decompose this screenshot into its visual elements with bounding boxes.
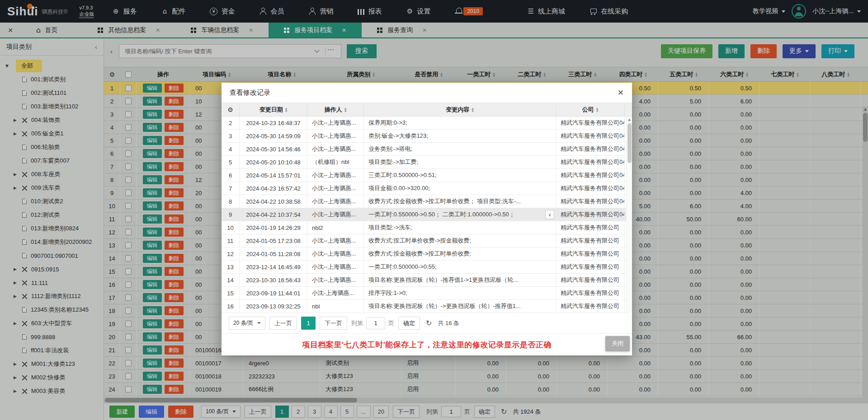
cell-company: 精武汽车服务有限公司04...	[556, 208, 625, 221]
cell-company: 精武汽车服务有限公司	[556, 261, 625, 273]
cell-index: 10	[222, 221, 240, 234]
change-log-row[interactable]: 12 2024-01-05 11:28:08 小沈--上海驷惠... 收费方式:…	[222, 247, 632, 261]
cell-operator: nbl2	[307, 221, 364, 234]
cell-change-content: 一类工时:0.500000->0.55;	[364, 261, 556, 273]
dialog-pagination: 20 条/页 上一页 1 下一页 到第 页 确定 ↻ 共 16 条	[222, 313, 632, 334]
change-log-row[interactable]: 6 2024-05-14 15:57:01 小沈--上海驷惠... 三类工时:0…	[222, 169, 632, 182]
cell-company: 精武汽车服务有限公司	[556, 274, 625, 286]
cell-change-content: 项目类型:->加工费;	[364, 156, 556, 168]
cell-change-content: 一类工时:0.550000->0.50； 二类工时:1.000000->0.50…	[364, 208, 556, 221]
dialog-scroll-thumb[interactable]	[627, 123, 632, 163]
cell-operator: （机修组）nbl	[307, 156, 364, 168]
close-dialog-button[interactable]: 关闭	[605, 336, 630, 351]
change-log-row[interactable]: 9 2024-04-22 10:37:54 小沈--上海驷惠... 一类工时:0…	[222, 208, 632, 221]
column-header[interactable]: 操作人	[307, 103, 364, 116]
cell-change-date: 2024-05-20 10:10:48	[240, 156, 307, 168]
cell-index: 14	[222, 274, 240, 286]
cell-change-content: 收费方式:按金额收费->按工时单价收费； 项目类型:洗车-...	[364, 195, 556, 208]
cell-index: 16	[222, 300, 240, 313]
dialog-table-body: 2 2024-10-23 16:48:37 小沈--上海驷惠... 保养周期:0…	[222, 117, 632, 313]
close-icon[interactable]: ✕	[618, 88, 624, 98]
gear-icon[interactable]: ⚙	[227, 106, 233, 113]
prev-page-button[interactable]: 上一页	[269, 317, 297, 330]
cell-operator: 小沈--上海驷惠...	[307, 261, 364, 273]
refresh-icon[interactable]: ↻	[426, 319, 432, 327]
cell-change-content: 保养周期:0->3;	[364, 117, 556, 129]
column-header[interactable]: 公司	[556, 103, 625, 116]
cell-change-content: 项目名称:更换挡泥板（轮）-推荐值1->1更换挡泥板（轮...	[364, 274, 556, 286]
sort-icon[interactable]	[596, 107, 599, 112]
cell-company: 精武汽车服务有限公司04...	[556, 195, 625, 208]
change-log-row[interactable]: 15 2023-09-19 11:44:01 小沈-上海驷惠... 排序字段:1…	[222, 287, 632, 300]
change-log-row[interactable]: 7 2024-04-23 16:57:42 小沈--上海驷惠... 项目金额:0…	[222, 182, 632, 195]
cell-operator: 小沈--上海驷惠...	[307, 169, 364, 182]
cell-company: 精武汽车服务有限公司	[556, 300, 625, 313]
chevron-down-icon	[257, 322, 261, 324]
goto-page-input[interactable]	[366, 317, 385, 329]
cell-company: 精武汽车服务有限公司	[556, 221, 625, 234]
dialog-scrollbar[interactable]: ▲	[626, 117, 632, 313]
change-log-row[interactable]: 10 2024-01-19 14:26:29 nbl2 项目类型:->洗车; 精…	[222, 221, 632, 234]
change-log-row[interactable]: 14 2023-10-30 16:56:43 小沈--上海驷惠... 项目名称:…	[222, 274, 632, 287]
cell-change-date: 2024-10-23 16:48:37	[240, 117, 307, 129]
change-log-row[interactable]: 2 2024-10-23 16:48:37 小沈--上海驷惠... 保养周期:0…	[222, 117, 632, 130]
cell-index: 5	[222, 156, 240, 168]
cell-index: 12	[222, 247, 240, 260]
cell-index: 2	[222, 117, 240, 129]
cell-change-content: 收费方式:按工时单价收费->按金额收费;	[364, 234, 556, 247]
dialog-footer: 项目档案里'七八类工时'能保存上了，注意这里的修改记录显示是否正确 关闭	[222, 334, 632, 355]
cell-company: 精武汽车服务有限公司04...	[556, 156, 625, 168]
column-settings-cell: ⚙	[222, 103, 240, 116]
cell-change-date: 2023-09-19 11:44:01	[240, 287, 307, 299]
cell-change-date: 2024-04-22 10:38:58	[240, 195, 307, 208]
cell-change-content: 收费方式:按金额收费->按工时单价收费;	[364, 247, 556, 260]
cell-change-content: 项目类型:->洗车;	[364, 221, 556, 234]
cell-operator: 小沈--上海驷惠...	[307, 274, 364, 286]
cell-index: 8	[222, 195, 240, 208]
cell-change-date: 2023-09-13 09:32:25	[240, 300, 307, 313]
cell-change-content: 三类工时:0.500000->0.51;	[364, 169, 556, 182]
cell-index: 4	[222, 143, 240, 155]
cell-company: 精武汽车服务有限公司	[556, 287, 625, 299]
scroll-up-icon[interactable]: ▲	[627, 117, 632, 122]
page-size-select[interactable]: 20 条/页	[229, 317, 265, 330]
cell-company: 精武汽车服务有限公司04...	[556, 130, 625, 142]
cell-change-date: 2024-01-05 17:23:08	[240, 234, 307, 247]
next-page-button[interactable]: 下一页	[320, 317, 347, 330]
cell-change-date: 2024-05-30 14:59:09	[240, 130, 307, 142]
cell-company: 精武汽车服务有限公司04...	[556, 169, 625, 182]
page-button[interactable]: 1	[301, 317, 316, 330]
column-header[interactable]: 变更日期	[240, 103, 307, 116]
column-header[interactable]: 变更内容	[364, 103, 556, 116]
dialog-title: 查看修改记录	[230, 89, 270, 97]
change-log-row[interactable]: 11 2024-01-05 17:23:08 小沈--上海驷惠... 收费方式:…	[222, 234, 632, 247]
cell-operator: 小沈--上海驷惠...	[307, 143, 364, 155]
cell-change-content: 类别:钣金->大修类123;	[364, 130, 556, 142]
dialog-header: 查看修改记录 ✕	[222, 83, 632, 103]
cell-index: 9	[222, 208, 240, 221]
sort-icon[interactable]	[344, 107, 347, 112]
cell-change-date: 2024-04-22 10:37:54	[240, 208, 307, 221]
change-log-row[interactable]: 5 2024-05-20 10:10:48 （机修组）nbl 项目类型:->加工…	[222, 156, 632, 169]
change-log-row[interactable]: 13 2023-12-14 16:45:49 小沈--上海驷惠... 一类工时:…	[222, 261, 632, 274]
change-log-row[interactable]: 8 2024-04-22 10:38:58 小沈--上海驷惠... 收费方式:按…	[222, 195, 632, 208]
expand-row-chevron[interactable]: ∨	[545, 210, 554, 219]
cell-company: 精武汽车服务有限公司04...	[556, 143, 625, 155]
sort-icon[interactable]	[472, 107, 474, 112]
cell-index: 15	[222, 287, 240, 299]
cell-index: 6	[222, 169, 240, 182]
goto-confirm-button[interactable]: 确定	[398, 317, 420, 330]
cell-company: 精武汽车服务有限公司04...	[556, 117, 625, 129]
cell-operator: 小沈--上海驷惠...	[307, 195, 364, 208]
cell-operator: 小沈--上海驷惠...	[307, 247, 364, 260]
cell-change-content: 项目金额:0.00->320.00;	[364, 182, 556, 195]
goto-page: 到第 页	[351, 317, 394, 329]
cell-operator: 小沈-上海驷惠...	[307, 287, 364, 299]
change-log-row[interactable]: 3 2024-05-30 14:59:09 小沈--上海驷惠... 类别:钣金-…	[222, 130, 632, 143]
sort-icon[interactable]	[285, 107, 288, 112]
annotation-note: 项目档案里'七八类工时'能保存上了，注意这里的修改记录显示是否正确	[302, 340, 552, 350]
cell-index: 3	[222, 130, 240, 142]
change-log-row[interactable]: 16 2023-09-13 09:32:25 nbl 项目名称:更换挡泥板（轮）…	[222, 300, 632, 313]
change-log-row[interactable]: 4 2024-05-30 14:56:46 小沈--上海驷惠... 业务类别:-…	[222, 143, 632, 156]
cell-index: 13	[222, 261, 240, 273]
